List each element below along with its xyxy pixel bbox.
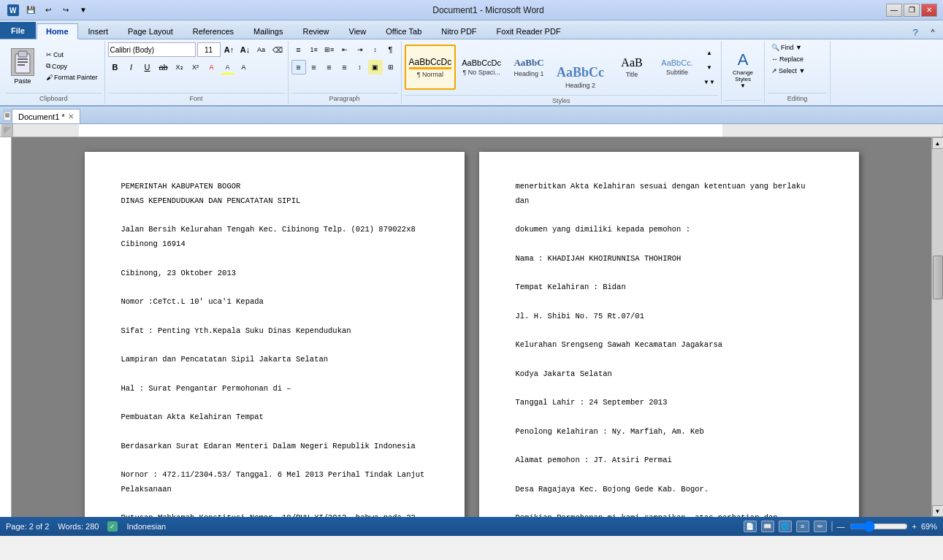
font-size-input[interactable] xyxy=(197,42,221,57)
paste-button[interactable]: Paste xyxy=(6,42,39,90)
styles-scroll-up[interactable]: ▲ xyxy=(702,45,717,60)
scroll-thumb[interactable] xyxy=(933,256,943,299)
redo-btn[interactable]: ↪ xyxy=(58,4,73,17)
style-subtitle[interactable]: AaBbCc. Subtitle xyxy=(655,45,699,90)
line-spacing-btn[interactable]: ↕ xyxy=(353,60,367,74)
tab-review[interactable]: Review xyxy=(293,23,338,39)
increase-font-btn[interactable]: A↑ xyxy=(222,42,237,57)
align-left-btn[interactable]: ≡ xyxy=(291,60,306,74)
font-color-btn[interactable]: A xyxy=(221,60,235,74)
style-h2-preview: AaBbCc xyxy=(557,65,604,80)
shading-btn[interactable]: A xyxy=(237,60,251,74)
tab-view[interactable]: View xyxy=(340,23,376,39)
ribbon-collapse-btn[interactable]: ^ xyxy=(925,26,940,39)
zoom-slider[interactable] xyxy=(850,523,908,530)
help-btn[interactable]: ? xyxy=(908,26,923,39)
bold-button[interactable]: B xyxy=(108,60,123,74)
superscript-btn[interactable]: X² xyxy=(188,60,203,74)
styles-group: AaBbCcDc ¶ Normal AaBbCcDc ¶ No Spaci...… xyxy=(402,41,722,104)
borders-btn[interactable]: ⊞ xyxy=(383,60,398,74)
style-title[interactable]: AaB Title xyxy=(610,45,654,90)
cut-button[interactable]: ✂ Cut xyxy=(42,50,102,60)
align-center-btn[interactable]: ≡ xyxy=(307,60,321,74)
line xyxy=(516,268,822,280)
style-normal[interactable]: AaBbCcDc ¶ Normal xyxy=(405,45,457,90)
tab-page-layout[interactable]: Page Layout xyxy=(118,23,183,39)
change-case-btn[interactable]: Aa xyxy=(254,42,269,57)
sort-btn[interactable]: ↕ xyxy=(368,42,383,57)
tab-mailings[interactable]: Mailings xyxy=(244,23,292,39)
tab-foxit[interactable]: Foxit Reader PDF xyxy=(487,23,570,39)
language-indicator[interactable]: Indonesian xyxy=(126,522,166,531)
zoom-out-btn[interactable]: — xyxy=(837,522,845,531)
vertical-scrollbar[interactable]: ▲ ▼ xyxy=(931,137,943,517)
change-styles-icon: A xyxy=(738,50,749,69)
line: Jl. H. Shibi No. 75 Rt.07/01 xyxy=(516,311,822,323)
doc-tab-close[interactable]: ✕ xyxy=(68,112,74,120)
word-icon[interactable]: W xyxy=(6,4,20,17)
decrease-font-btn[interactable]: A↓ xyxy=(238,42,253,57)
web-layout-btn[interactable]: 🌐 xyxy=(779,521,792,532)
subscript-btn[interactable]: X₂ xyxy=(172,60,187,74)
document-area[interactable]: PEMERINTAH KABUPATEN BOGOR DINAS KEPENDU… xyxy=(12,137,931,517)
font-name-input[interactable] xyxy=(108,42,196,57)
full-reading-btn[interactable]: 📖 xyxy=(761,521,774,532)
change-styles-button[interactable]: A ChangeStyles ▼ xyxy=(725,48,761,92)
print-layout-btn[interactable]: 📄 xyxy=(744,521,757,532)
show-formatting-btn[interactable]: ¶ xyxy=(383,42,398,57)
tab-insert[interactable]: Insert xyxy=(79,23,118,39)
styles-scroll-down[interactable]: ▼ xyxy=(702,60,717,74)
restore-btn[interactable]: ❐ xyxy=(904,4,920,17)
undo-btn[interactable]: ↩ xyxy=(41,4,56,17)
zoom-in-btn[interactable]: + xyxy=(912,522,917,531)
tab-file[interactable]: File xyxy=(0,22,36,39)
bullets-btn[interactable]: ≡ xyxy=(291,42,306,57)
find-button[interactable]: 🔍 Find ▼ xyxy=(768,42,806,53)
shading-para-btn[interactable]: ▣ xyxy=(368,60,383,74)
style-heading2[interactable]: AaBbCc Heading 2 xyxy=(552,42,608,92)
ruler-corner[interactable] xyxy=(1,124,13,137)
spell-check-indicator[interactable]: ✓ xyxy=(107,521,118,532)
page-2-content[interactable]: menerbitkan Akta Kelahiran sesuai dengan… xyxy=(516,181,822,517)
close-btn[interactable]: ✕ xyxy=(921,4,937,17)
style-no-spacing[interactable]: AaBbCcDc ¶ No Spaci... xyxy=(457,45,505,90)
line xyxy=(121,210,428,222)
line xyxy=(121,455,428,467)
scroll-track[interactable] xyxy=(932,149,943,505)
tab-home[interactable]: Home xyxy=(37,23,78,39)
multilevel-btn[interactable]: ⊞≡ xyxy=(322,42,337,57)
align-right-btn[interactable]: ≡ xyxy=(322,60,337,74)
scroll-down-arrow[interactable]: ▼ xyxy=(932,505,944,517)
strikethrough-btn[interactable]: ab xyxy=(156,60,171,74)
window-title: Document1 - Microsoft Word xyxy=(91,5,886,15)
justify-btn[interactable]: ≡ xyxy=(337,60,352,74)
increase-indent-btn[interactable]: ⇥ xyxy=(353,42,367,57)
document-tab[interactable]: Document1 * ✕ xyxy=(12,109,80,123)
styles-more[interactable]: ▼▼ xyxy=(702,74,717,89)
minimize-btn[interactable]: — xyxy=(886,4,902,17)
replace-button[interactable]: ↔ Replace xyxy=(768,54,807,64)
draft-btn[interactable]: ✏ xyxy=(814,521,827,532)
outline-btn[interactable]: ≡ xyxy=(796,521,809,532)
format-painter-button[interactable]: 🖌 Format Painter xyxy=(42,72,102,83)
save-quick-btn[interactable]: 💾 xyxy=(23,4,38,17)
zoom-level[interactable]: 69% xyxy=(921,522,937,531)
decrease-indent-btn[interactable]: ⇤ xyxy=(337,42,352,57)
tab-references[interactable]: References xyxy=(183,23,243,39)
status-bar: Page: 2 of 2 Words: 280 ✓ Indonesian 📄 📖… xyxy=(0,517,943,536)
italic-button[interactable]: I xyxy=(124,60,139,74)
clear-formatting-btn[interactable]: ⌫ xyxy=(270,42,285,57)
copy-button[interactable]: ⧉ Copy xyxy=(42,61,102,72)
tab-nitro-pdf[interactable]: Nitro PDF xyxy=(432,23,486,39)
text-highlight-btn[interactable]: A xyxy=(205,60,219,74)
underline-button[interactable]: U xyxy=(140,60,155,74)
customize-quick-btn[interactable]: ▼ xyxy=(76,4,91,17)
numbering-btn[interactable]: 1≡ xyxy=(307,42,321,57)
tab-office-tab[interactable]: Office Tab xyxy=(376,23,431,39)
scroll-up-arrow[interactable]: ▲ xyxy=(932,137,944,149)
page-1-content[interactable]: PEMERINTAH KABUPATEN BOGOR DINAS KEPENDU… xyxy=(121,181,428,517)
style-normal-label: ¶ Normal xyxy=(417,71,443,78)
select-button[interactable]: ↗ Select ▼ xyxy=(768,66,809,76)
style-heading1[interactable]: AaBbC Heading 1 xyxy=(507,45,551,90)
line: Tempat Kelahiran : Bidan xyxy=(516,282,822,294)
